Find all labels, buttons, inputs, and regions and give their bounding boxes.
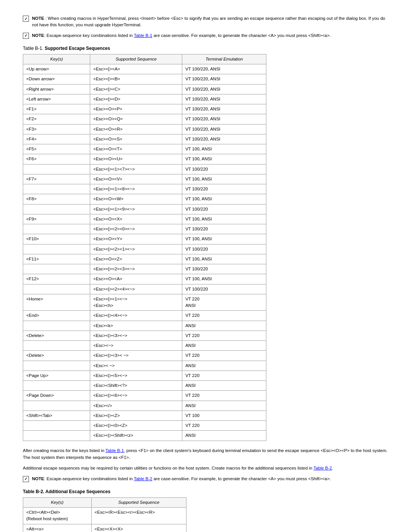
table-row: <F10><Esc><O><Y>VT 100, ANSI (23, 234, 266, 244)
table-row: <F2><Esc><O><Q>VT 100/220, ANSI (23, 114, 266, 124)
note-1-body: : When creating macros in HyperTerminal,… (32, 16, 385, 27)
table-row: <Up arrow><Esc><[><A>VT 100/220, ANSI (23, 64, 266, 74)
col-header-term: Terminal Emulation (182, 54, 266, 64)
after-table-para1: After creating macros for the keys liste… (23, 447, 388, 461)
table-row: <Esc><[><Shift><z>ANSI (23, 431, 266, 441)
table-row: <Right arrow><Esc><[><C>VT 100/220, ANSI (23, 84, 266, 94)
note3-table-link[interactable]: Table B-2 (134, 476, 153, 481)
table-row: <Down arrow><Esc><[><B>VT 100/220, ANSI (23, 74, 266, 84)
table-row: <Page Down><Esc><[><6><~>VT 220 (23, 391, 266, 401)
note-3: ✓ NOTE: Escape-sequence key combinations… (23, 476, 388, 482)
table-row: <Esc><[><1><8><~>VT 100/220 (23, 184, 266, 194)
note2-table-link[interactable]: Table B-1 (134, 33, 153, 38)
note-2: ✓ NOTE: Escape-sequence key combinations… (23, 32, 388, 39)
table-row: <F12><Esc><O><A>VT 100, ANSI (23, 274, 266, 284)
table-row: <F4><Esc><O><S>VT 100/220, ANSI (23, 134, 266, 144)
note-icon-2: ✓ (23, 33, 29, 39)
table-row: <Delete><Esc><[><3><~>VT 220 (23, 331, 266, 340)
table-row: <F9><Esc><O><X>VT 100, ANSI (23, 214, 266, 224)
table-row: <F6><Esc><O><U>VT 100, ANSI (23, 154, 266, 164)
table-row: <Esc>< ~>ANSI (23, 361, 266, 371)
note-3-text: NOTE: Escape-sequence key combinations l… (32, 476, 331, 482)
col-header-seq: Supported Sequence (90, 54, 182, 64)
table-row: <F1><Esc><O><P>VT 100/220, ANSI (23, 104, 266, 114)
table-row: <Esc><~>ANSI (23, 341, 266, 351)
table-row: <Esc></>ANSI (23, 401, 266, 411)
table-row: <Page Up><Esc><[><5><~>VT 220 (23, 371, 266, 380)
table-row: <Esc><k>ANSI (23, 321, 266, 331)
table-row: <Esc><[><1><9><~>VT 100/220 (23, 204, 266, 214)
table-row: <Esc><[><0><Z>VT 220 (23, 421, 266, 431)
note-1-text: NOTE : When creating macros in HyperTerm… (32, 15, 388, 29)
table-row: <Left arrow><Esc><[><D>VT 100/220, ANSI (23, 94, 266, 104)
table-row: <Delete><Esc><[><3>< ~>VT 220 (23, 351, 266, 361)
after-table-para2: Additional escape sequences may be requi… (23, 465, 388, 471)
table-row: <Home><Esc><[><1><~><Esc><h>VT 220ANSI (23, 294, 266, 311)
col-header-seq-b2: Supported Sequence (91, 497, 186, 507)
table-row: <Esc><[><2><0><~>VT 100/220 (23, 224, 266, 234)
note-icon-1: ✓ (23, 16, 29, 22)
col-header-keys-b2: Key(s) (23, 497, 92, 507)
note-2-text: NOTE: Escape-sequence key combinations l… (32, 32, 331, 39)
table-b2-title: Table B-2. Additional Escape Sequences (23, 489, 388, 494)
after-table-link1[interactable]: Table B-1 (105, 448, 124, 453)
col-header-keys: Key(s) (23, 54, 90, 64)
table-b1-title: Table B-1. Supported Escape Sequences (23, 46, 388, 51)
table-row: <Shift><Tab><Esc><[><Z>VT 100 (23, 411, 266, 420)
table-row: <F5><Esc><O><T>VT 100, ANSI (23, 144, 266, 154)
table-row: <Esc><[><2><4><~>VT 100/220 (23, 284, 266, 294)
table-row: <F3><Esc><O><R>VT 100/220, ANSI (23, 124, 266, 134)
table-row: <Esc><[><2><3><~>VT 100/220 (23, 264, 266, 274)
table-row: <Ctrl><Alt><Del>(Reboot host system) <Es… (23, 508, 186, 524)
table-b1: Key(s) Supported Sequence Terminal Emula… (23, 54, 266, 441)
table-row: <Esc><[><1><7><~>VT 100/220 (23, 164, 266, 174)
table-row: <F11><Esc><O><Z>VT 100, ANSI (23, 254, 266, 264)
table-row: <F7><Esc><O><V>VT 100, ANSI (23, 174, 266, 184)
table-row: <F8><Esc><O><W>VT 100, ANSI (23, 194, 266, 204)
table-b2-link[interactable]: Table B-2 (314, 466, 332, 470)
table-b2: Key(s) Supported Sequence <Ctrl><Alt><De… (23, 497, 186, 532)
note-1: ✓ NOTE : When creating macros in HyperTe… (23, 15, 388, 29)
table-row: <Esc><[><2><1><~>VT 100/220 (23, 244, 266, 254)
note-icon-3: ✓ (23, 476, 29, 482)
table-row: <End><Esc><[><4><~>VT 220 (23, 311, 266, 321)
table-row: <Alt><x> <Esc><X><X> (23, 524, 186, 532)
table-row: <Esc><Shift><?>ANSI (23, 381, 266, 391)
